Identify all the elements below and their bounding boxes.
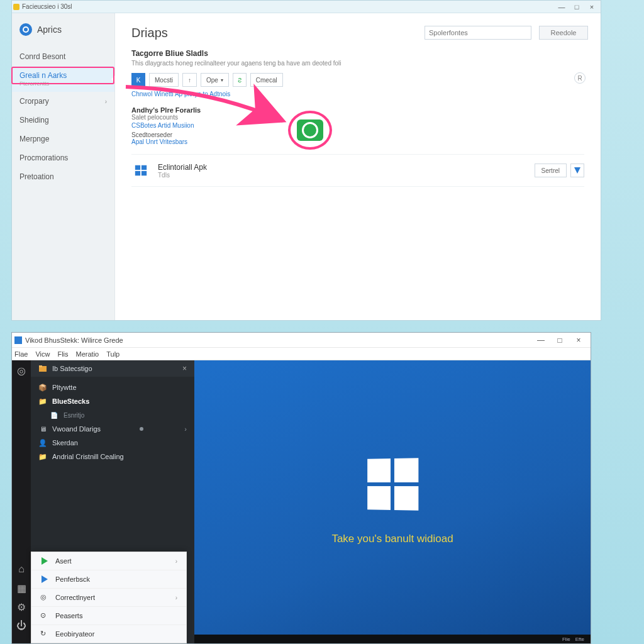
nav-item-1[interactable]: Greali n AarksPterorrentts [12,66,114,92]
tab-folder-icon [38,364,47,373]
rail-gear-icon[interactable]: ⚙ [16,602,26,612]
main-panel: Driaps Reedole Tacgorre Bliue Sladls Thi… [115,13,601,320]
app-windows-icon [131,161,150,180]
nav-item-3[interactable]: Crorpary› [12,92,114,111]
app-name: Eclintoriall Apk [158,163,207,172]
app-icon [13,4,19,10]
tree-item-playstore[interactable]: 📦 Pltywtte [31,380,194,394]
desktop-area: Take you's banult widioad Flie Efte [194,360,591,643]
app-more-button[interactable] [570,164,584,177]
section-subtitle: This dlaygracts honeg recilnalteer your … [131,60,584,67]
tool-primary[interactable]: K [131,73,145,87]
play-icon [40,557,49,565]
section-heading: Tacgorre Bliue Sladls [131,49,584,58]
line-salet: Salet pelocounts [131,114,584,121]
svg-rect-5 [39,365,42,367]
maximize-button[interactable]: □ [569,2,584,12]
menu-tulp[interactable]: Tulp [106,350,119,358]
target-icon: ◎ [40,593,49,602]
refresh-icon: ↻ [40,630,49,638]
start-item-1[interactable]: Penferbsck [31,570,186,589]
person-icon: 👤 [38,438,47,447]
svg-rect-3 [142,171,147,175]
tool-up[interactable]: ↑ [182,73,197,87]
brand-logo-icon [19,23,32,36]
tool-green[interactable]: Ƨ [233,73,247,87]
rail-power-icon[interactable]: ⏻ [16,621,26,631]
play-icon2 [40,575,49,584]
line-cs[interactable]: CSBotes Artid Musiion [131,122,584,129]
activity-rail: ◎ ⌂ ▦ ⚙ ⏻ [12,360,31,643]
chevron-right-icon: › [184,425,187,433]
start-popup: Asert › Penferbsck ◎ Correctlnyert › ⊙ P… [31,552,187,643]
chevron-right-icon: › [175,558,177,565]
start-item-2[interactable]: ◎ Correctlnyert › [31,589,186,607]
minimize-button2[interactable]: — [531,334,550,347]
brand: Aprics [12,21,114,47]
toolbar: K Mocsti ↑ Ope▾ Ƨ Cmecal [131,73,584,87]
menu-meratio[interactable]: Meratio [76,350,99,358]
restore-button[interactable]: Reedole [539,26,588,40]
tree-item-skerdan[interactable]: 👤 Skerdan [31,436,194,450]
nav-item-0[interactable]: Conrd Besont [12,47,114,66]
task-text2: Efte [575,636,584,642]
menu-file[interactable]: Flae [14,350,28,358]
panel-tab[interactable]: Ib Satecstigo × [31,360,194,377]
start-item-0[interactable]: Asert › [31,552,186,570]
svg-rect-1 [142,165,147,170]
circle-icon: ⊙ [40,611,49,620]
tool-moods[interactable]: Mocsti [149,73,179,87]
monitor-icon: 🖥 [38,425,47,433]
close-button[interactable]: × [584,2,599,12]
app-action-button[interactable]: Sertrel [535,164,567,177]
sidebar: Aprics Conrd Besont Greali n AarksPteror… [12,13,115,320]
folder-icon2: 📁 [38,452,47,461]
app-icon2 [14,336,22,344]
link-configure[interactable]: Chnwol Winetti Ap plorys to Adtnois [131,91,584,97]
sub-heading: Andhy's Plre Forarlis [131,106,584,114]
svg-rect-0 [135,165,140,170]
nav-item-6[interactable]: Procmorations [12,148,114,167]
search-input[interactable] [425,26,531,40]
nav-item-7[interactable]: Pretoation [12,167,114,186]
chevron-right-icon: › [105,98,107,105]
tree-item-vwoand[interactable]: 🖥 Vwoand Dlarigs › [31,422,194,436]
titlebar2: Vikod BhusStekk: Wilirce Grede — □ × [12,333,591,348]
nav-item-5[interactable]: Merpnge [12,130,114,148]
window-title2: Vikod BhusStekk: Wilirce Grede [25,336,123,344]
start-item-3[interactable]: ⊙ Peaserts [31,607,186,625]
window-title: Facieucsieo i 30sl [22,3,72,10]
tool-ops[interactable]: Ope▾ [201,73,229,87]
rail-target-icon[interactable]: ◎ [16,365,26,375]
tree-item-bluestacks[interactable]: 📁 BlueStecks [31,394,194,408]
titlebar: Facieucsieo i 30sl — □ × [12,1,601,13]
doc-icon: 📄 [50,411,58,419]
menu-view[interactable]: Vicw [35,350,50,358]
rail-grid-icon[interactable]: ▦ [16,583,26,593]
tab-close-icon[interactable]: × [182,364,187,373]
menu-flis[interactable]: Flis [57,350,68,358]
info-badge[interactable]: R [574,72,586,84]
close-button2[interactable]: × [569,334,588,347]
tree-item-sub[interactable]: 📄 Esnritjo [31,408,194,422]
line-apal[interactable]: Apal Unrt Vritesbars [131,138,584,145]
tab-label: Ib Satecstigo [52,365,92,372]
start-item-4[interactable]: ↻ Eeobiryateor [31,625,186,643]
task-text1: Flie [562,636,570,642]
app-row: Eclintoriall Apk Tdls Sertrel [131,154,584,187]
tagline: Take you's banult widioad [331,533,453,545]
maximize-button2[interactable]: □ [550,334,569,347]
emulator-window: Vikod BhusStekk: Wilirce Grede — □ × Fla… [11,332,591,644]
label-sced: Scedtoerseder [131,131,584,138]
brand-name: Aprics [37,25,62,35]
taskbar: Flie Efte [194,635,591,643]
tool-cancel[interactable]: Cmecal [250,73,283,87]
box-icon: 📦 [38,383,47,392]
nav-item-4[interactable]: Sheiding [12,111,114,130]
tree-item-android[interactable]: 📁 Andrial Cristnill Cealing [31,450,194,464]
side-panel: Ib Satecstigo × 📦 Pltywtte 📁 BlueStecks … [31,360,194,643]
minimize-button[interactable]: — [554,2,569,12]
app-meta: Tdls [158,172,207,179]
rail-home-icon[interactable]: ⌂ [16,564,26,574]
settings-window: Facieucsieo i 30sl — □ × Aprics Conrd Be… [11,0,601,321]
